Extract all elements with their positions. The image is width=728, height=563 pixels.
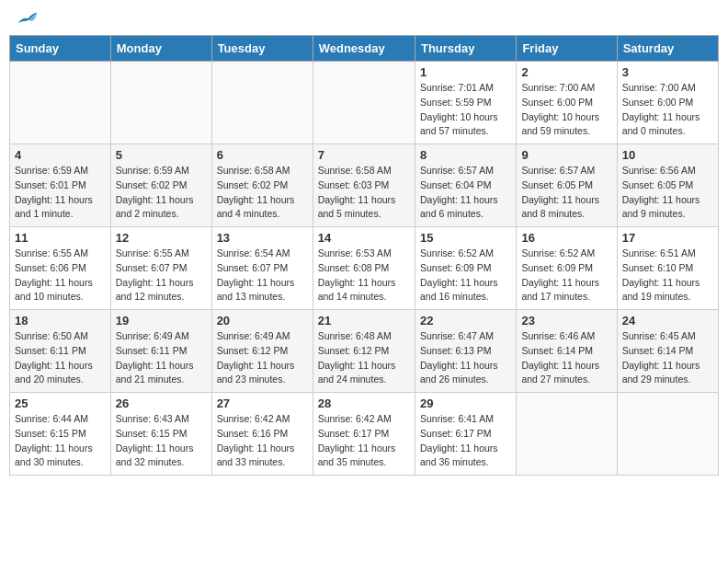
day-number: 7 [318,148,410,162]
calendar-day-cell [517,393,617,476]
day-sun-info: Sunrise: 6:41 AMSunset: 6:17 PMDaylight:… [420,412,511,470]
calendar-week-5: 25Sunrise: 6:44 AMSunset: 6:15 PMDayligh… [10,393,719,476]
calendar-day-cell: 26Sunrise: 6:43 AMSunset: 6:15 PMDayligh… [110,393,211,476]
day-sun-info: Sunrise: 6:52 AMSunset: 6:09 PMDaylight:… [521,247,611,304]
day-sun-info: Sunrise: 6:42 AMSunset: 6:16 PMDaylight:… [217,412,308,470]
calendar-day-cell: 20Sunrise: 6:49 AMSunset: 6:12 PMDayligh… [211,310,313,393]
day-sun-info: Sunrise: 6:46 AMSunset: 6:14 PMDaylight:… [521,329,611,387]
weekday-header-tuesday: Tuesday [211,36,313,62]
day-sun-info: Sunrise: 6:48 AMSunset: 6:12 PMDaylight:… [318,329,410,387]
day-sun-info: Sunrise: 7:01 AMSunset: 5:59 PMDaylight:… [420,81,511,139]
day-number: 11 [15,231,106,245]
day-number: 25 [15,396,106,410]
calendar-day-cell [617,393,718,476]
day-sun-info: Sunrise: 6:55 AMSunset: 6:07 PMDaylight:… [116,247,207,304]
logo-bird-icon [17,9,39,28]
day-sun-info: Sunrise: 7:00 AMSunset: 6:00 PMDaylight:… [622,81,713,139]
calendar-week-1: 1Sunrise: 7:01 AMSunset: 5:59 PMDaylight… [10,62,719,144]
weekday-header-wednesday: Wednesday [313,36,415,62]
calendar-day-cell [211,62,313,144]
day-number: 5 [116,148,207,162]
calendar-day-cell: 18Sunrise: 6:50 AMSunset: 6:11 PMDayligh… [10,310,111,393]
day-number: 17 [622,231,713,245]
calendar-day-cell: 5Sunrise: 6:59 AMSunset: 6:02 PMDaylight… [110,144,211,227]
weekday-header-monday: Monday [110,36,211,62]
day-number: 22 [420,314,511,327]
calendar-day-cell: 8Sunrise: 6:57 AMSunset: 6:04 PMDaylight… [415,144,516,227]
day-sun-info: Sunrise: 6:44 AMSunset: 6:15 PMDaylight:… [15,412,106,470]
day-number: 23 [521,314,611,327]
day-number: 26 [116,396,207,410]
day-number: 13 [217,231,308,245]
day-number: 3 [622,65,713,79]
calendar-day-cell: 15Sunrise: 6:52 AMSunset: 6:09 PMDayligh… [415,227,516,310]
day-number: 16 [521,231,611,245]
day-sun-info: Sunrise: 6:58 AMSunset: 6:02 PMDaylight:… [217,164,308,222]
calendar-day-cell: 14Sunrise: 6:53 AMSunset: 6:08 PMDayligh… [313,227,415,310]
calendar-day-cell: 27Sunrise: 6:42 AMSunset: 6:16 PMDayligh… [211,393,313,476]
calendar-day-cell: 11Sunrise: 6:55 AMSunset: 6:06 PMDayligh… [10,227,111,310]
calendar-week-3: 11Sunrise: 6:55 AMSunset: 6:06 PMDayligh… [10,227,719,310]
calendar-day-cell: 19Sunrise: 6:49 AMSunset: 6:11 PMDayligh… [110,310,211,393]
day-sun-info: Sunrise: 6:51 AMSunset: 6:10 PMDaylight:… [622,247,713,304]
calendar-day-cell: 22Sunrise: 6:47 AMSunset: 6:13 PMDayligh… [415,310,516,393]
day-sun-info: Sunrise: 6:56 AMSunset: 6:05 PMDaylight:… [622,164,713,222]
weekday-header-friday: Friday [517,36,617,62]
day-sun-info: Sunrise: 6:43 AMSunset: 6:15 PMDaylight:… [116,412,207,470]
day-sun-info: Sunrise: 6:57 AMSunset: 6:04 PMDaylight:… [420,164,511,222]
calendar-day-cell [313,62,415,144]
day-sun-info: Sunrise: 6:49 AMSunset: 6:11 PMDaylight:… [116,329,207,387]
day-sun-info: Sunrise: 6:55 AMSunset: 6:06 PMDaylight:… [15,247,106,304]
day-number: 21 [318,314,410,327]
calendar-table: SundayMondayTuesdayWednesdayThursdayFrid… [9,35,719,476]
day-sun-info: Sunrise: 6:47 AMSunset: 6:13 PMDaylight:… [420,329,511,387]
day-number: 15 [420,231,511,245]
day-sun-info: Sunrise: 6:54 AMSunset: 6:07 PMDaylight:… [217,247,308,304]
day-number: 6 [217,148,308,162]
day-number: 1 [420,65,511,79]
day-number: 24 [622,314,713,327]
day-number: 9 [521,148,611,162]
day-number: 14 [318,231,410,245]
day-number: 19 [116,314,207,327]
day-number: 2 [521,65,611,79]
weekday-header-sunday: Sunday [10,36,111,62]
page-header [9,9,719,28]
calendar-day-cell: 2Sunrise: 7:00 AMSunset: 6:00 PMDaylight… [517,62,617,144]
calendar-day-cell: 10Sunrise: 6:56 AMSunset: 6:05 PMDayligh… [617,144,718,227]
calendar-day-cell: 24Sunrise: 6:45 AMSunset: 6:14 PMDayligh… [617,310,718,393]
day-sun-info: Sunrise: 6:59 AMSunset: 6:02 PMDaylight:… [116,164,207,222]
day-sun-info: Sunrise: 6:45 AMSunset: 6:14 PMDaylight:… [622,329,713,387]
calendar-day-cell: 21Sunrise: 6:48 AMSunset: 6:12 PMDayligh… [313,310,415,393]
day-number: 4 [15,148,106,162]
day-sun-info: Sunrise: 6:52 AMSunset: 6:09 PMDaylight:… [420,247,511,304]
day-sun-info: Sunrise: 7:00 AMSunset: 6:00 PMDaylight:… [521,81,611,139]
calendar-header-row: SundayMondayTuesdayWednesdayThursdayFrid… [10,36,719,62]
calendar-day-cell: 3Sunrise: 7:00 AMSunset: 6:00 PMDaylight… [617,62,718,144]
day-number: 10 [622,148,713,162]
day-sun-info: Sunrise: 6:59 AMSunset: 6:01 PMDaylight:… [15,164,106,222]
calendar-week-2: 4Sunrise: 6:59 AMSunset: 6:01 PMDaylight… [10,144,719,227]
calendar-day-cell: 25Sunrise: 6:44 AMSunset: 6:15 PMDayligh… [10,393,111,476]
calendar-day-cell: 4Sunrise: 6:59 AMSunset: 6:01 PMDaylight… [10,144,111,227]
day-number: 20 [217,314,308,327]
day-number: 12 [116,231,207,245]
calendar-day-cell [110,62,211,144]
day-sun-info: Sunrise: 6:53 AMSunset: 6:08 PMDaylight:… [318,247,410,304]
day-sun-info: Sunrise: 6:58 AMSunset: 6:03 PMDaylight:… [318,164,410,222]
day-number: 18 [15,314,106,327]
calendar-day-cell: 12Sunrise: 6:55 AMSunset: 6:07 PMDayligh… [110,227,211,310]
calendar-day-cell: 29Sunrise: 6:41 AMSunset: 6:17 PMDayligh… [415,393,516,476]
calendar-day-cell: 28Sunrise: 6:42 AMSunset: 6:17 PMDayligh… [313,393,415,476]
day-sun-info: Sunrise: 6:49 AMSunset: 6:12 PMDaylight:… [217,329,308,387]
calendar-day-cell: 9Sunrise: 6:57 AMSunset: 6:05 PMDaylight… [517,144,617,227]
logo [13,9,39,28]
day-sun-info: Sunrise: 6:42 AMSunset: 6:17 PMDaylight:… [318,412,410,470]
calendar-week-4: 18Sunrise: 6:50 AMSunset: 6:11 PMDayligh… [10,310,719,393]
calendar-day-cell: 23Sunrise: 6:46 AMSunset: 6:14 PMDayligh… [517,310,617,393]
day-number: 8 [420,148,511,162]
calendar-day-cell: 16Sunrise: 6:52 AMSunset: 6:09 PMDayligh… [517,227,617,310]
day-sun-info: Sunrise: 6:50 AMSunset: 6:11 PMDaylight:… [15,329,106,387]
weekday-header-saturday: Saturday [617,36,718,62]
calendar-day-cell: 13Sunrise: 6:54 AMSunset: 6:07 PMDayligh… [211,227,313,310]
